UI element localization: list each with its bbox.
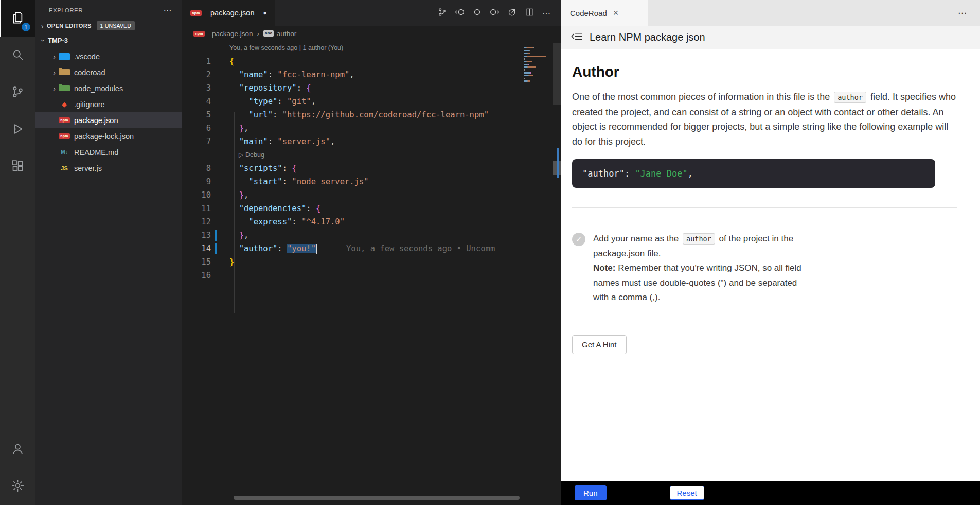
minimap-line [523,83,548,84]
string-symbol-icon: abc [263,30,274,37]
text-run: Remember that you're writing JSON, so al… [593,263,801,302]
node-folder-icon [59,85,70,91]
example-token: "author" [582,168,625,179]
lesson-title: Learn NPM package json [590,31,705,43]
code-token: "author" [239,244,278,253]
example-token: , [688,168,693,179]
code-line-15[interactable]: 15} [182,255,514,269]
minimap-line [523,64,548,65]
activity-settings-button[interactable] [0,468,35,505]
line-number: 11 [182,202,211,215]
minimap-line [523,61,548,62]
code-token: : [306,204,316,213]
file-item-.gitignore[interactable]: ◆.gitignore [35,96,182,112]
tab-coderoad[interactable]: CodeRoad × [561,0,648,26]
codelens-label[interactable]: You, a few seconds ago | 1 author (You) [211,41,343,55]
code-line-content [211,269,229,282]
activity-account-button[interactable] [0,431,35,468]
editor-more-actions-icon[interactable]: ⋯ [542,8,550,18]
file-label: .gitignore [74,100,105,109]
file-item-README.md[interactable]: M↓README.md [35,144,182,160]
code-line-6[interactable]: 6 }, [182,121,514,135]
code-line-3[interactable]: 3 "repository": { [182,81,514,95]
code-line-1[interactable]: 1{ [182,55,514,68]
line-number: 3 [182,81,211,95]
code-token: { [229,57,234,66]
open-changes-icon[interactable] [472,7,482,19]
split-editor-icon[interactable] [525,7,534,19]
tab-label: package.json [210,9,254,17]
overview-ruler[interactable] [553,41,561,505]
task-check-icon[interactable]: ✓ [572,233,585,246]
code-line-5[interactable]: 5 "url": "https://github.com/coderoad/fc… [182,108,514,121]
previous-change-icon[interactable] [455,7,465,19]
file-item-package-lock.json[interactable]: npmpackage-lock.json [35,128,182,144]
code-line-11[interactable]: 11 "dependencies": { [182,202,514,215]
activity-explorer-button[interactable]: 1 [0,0,35,37]
minimap-line [523,56,548,57]
codelens-row[interactable]: You, a few seconds ago | 1 author (You) [182,41,514,55]
code-line-9[interactable]: 9 "start": "node server.js" [182,175,514,188]
code-token: } [239,124,244,133]
file-label: package.json [74,116,118,125]
activity-run-debug-button[interactable] [0,111,35,148]
code-line-8[interactable]: 8 "scripts": { [182,162,514,175]
coderoad-more-actions-icon[interactable]: ⋯ [958,8,980,19]
run-debug-icon [11,122,25,138]
code-token: " [282,110,287,119]
minimap[interactable] [523,44,548,89]
run-button[interactable]: Run [575,485,607,500]
reset-button[interactable]: Reset [670,486,704,500]
codelens-row[interactable]: ▷ Debug [182,148,514,162]
code-line-2[interactable]: 2 "name": "fcc-learn-npm", [182,68,514,81]
code-line-content: "express": "^4.17.0" [211,215,345,229]
file-item-.vscode[interactable]: ›.vscode [35,48,182,64]
codelens-label[interactable]: ▷ Debug [211,148,264,162]
npm-icon: npm [193,31,205,37]
code-token: "fcc-learn-npm" [277,70,349,79]
next-change-icon[interactable] [490,7,500,19]
file-item-server.js[interactable]: JSserver.js [35,160,182,176]
breadcrumb-file[interactable]: npm package.json [193,30,253,38]
workspace-root-folder[interactable]: › TMP-3 [35,33,182,47]
back-to-lessons-icon[interactable] [571,31,583,44]
file-tree: ›.vscode›coderoad›node_modules◆.gitignor… [35,48,182,176]
code-line-content: "dependencies": { [211,202,320,215]
horizontal-scrollbar[interactable] [234,496,520,500]
activity-source-control-button[interactable] [0,74,35,111]
code-line-content: "main": "server.js", [211,135,335,148]
breadcrumb-symbol[interactable]: abc author [263,30,296,38]
code-token: , [244,231,248,240]
breadcrumb: npm package.json › abc author [182,26,561,41]
code-line-12[interactable]: 12 "express": "^4.17.0" [182,215,514,229]
code-token [229,83,239,93]
explorer-sidebar: EXPLORER ⋯ › OPEN EDITORS 1 UNSAVED › TM… [35,0,182,505]
code-line-14[interactable]: 14 "author": "you!" You, a few seconds a… [182,242,514,255]
folder-icon [59,69,70,75]
open-editors-section[interactable]: › OPEN EDITORS 1 UNSAVED [35,19,182,33]
code-token: "you!" [287,244,316,253]
get-hint-button[interactable]: Get A Hint [572,335,627,354]
file-item-node_modules[interactable]: ›node_modules [35,80,182,96]
source-control-graph-icon[interactable] [437,7,447,19]
editor-tab-bar: npm package.json ● ⋯ [182,0,561,26]
code-line-7[interactable]: 7 "main": "server.js", [182,135,514,148]
code-line-4[interactable]: 4 "type": "git", [182,95,514,108]
tab-package-json[interactable]: npm package.json ● [182,0,275,26]
activity-extensions-button[interactable] [0,148,35,185]
file-item-coderoad[interactable]: ›coderoad [35,64,182,80]
code-token: { [292,164,296,173]
scrollbar-slider[interactable] [553,43,561,105]
code-line-16[interactable]: 16 [182,269,514,282]
modified-dot-icon[interactable]: ● [263,9,266,16]
file-item-package.json[interactable]: npmpackage.json [35,112,182,128]
close-icon[interactable]: × [613,8,619,19]
code-editor[interactable]: You, a few seconds ago | 1 author (You)1… [182,41,514,490]
run-script-icon[interactable] [507,7,517,19]
code-line-10[interactable]: 10 }, [182,188,514,202]
code-token: "main" [239,137,268,146]
explorer-more-actions-icon[interactable]: ⋯ [164,8,172,13]
activity-search-button[interactable] [0,37,35,74]
lesson-content[interactable]: Author One of the most common pieces of … [561,49,980,481]
code-line-13[interactable]: 13 }, [182,229,514,242]
